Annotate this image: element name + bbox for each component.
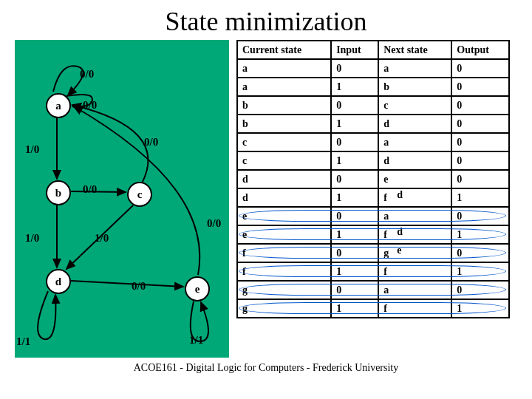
table-cell: f: [378, 299, 451, 318]
table-cell: 0: [331, 207, 378, 225]
state-node-e: e: [185, 276, 210, 301]
table-cell: 1: [451, 262, 509, 281]
table-cell: 0: [331, 170, 378, 188]
table-row: d0e0: [237, 170, 509, 188]
annotation: d: [397, 189, 403, 201]
table-cell: 0: [451, 170, 509, 188]
table-cell: ge: [378, 244, 451, 262]
table-cell: d: [237, 188, 331, 207]
table-row: f0ge0: [237, 244, 509, 262]
table-header: Next state: [378, 41, 451, 59]
table-cell: 1: [331, 188, 378, 207]
table-cell: b: [237, 96, 331, 115]
table-cell: g: [237, 299, 331, 318]
table-cell: e: [237, 225, 331, 244]
edge-label: 1/0: [95, 232, 109, 245]
table-cell: 0: [451, 115, 509, 133]
table-cell: c: [237, 133, 331, 151]
table-header: Output: [451, 41, 509, 59]
table-row: a0a0: [237, 59, 509, 78]
table-cell: a: [378, 133, 451, 151]
table-row: b0c0: [237, 96, 509, 115]
table-cell: 1: [331, 299, 378, 318]
table-cell: a: [378, 59, 451, 78]
table-row: b1d0: [237, 115, 509, 133]
table-row: f1f1: [237, 262, 509, 281]
edge-label: 1/1: [16, 335, 30, 348]
edge-label: 0/0: [83, 183, 97, 196]
table-cell: 0: [451, 133, 509, 151]
state-node-d: d: [46, 269, 71, 294]
table-cell: e: [378, 170, 451, 188]
state-node-a: a: [46, 93, 71, 118]
annotation: d: [397, 226, 403, 238]
table-cell: 0: [331, 59, 378, 78]
table-cell: a: [237, 59, 331, 78]
table-cell: g: [237, 281, 331, 299]
table-cell: c: [378, 96, 451, 115]
table-cell: f: [378, 262, 451, 281]
state-node-c: c: [127, 182, 152, 207]
state-diagram: abcde0/00/01/00/01/01/00/00/00/01/11/1: [15, 40, 229, 358]
edge-label: 0/0: [144, 136, 158, 149]
edge-label: 0/0: [132, 280, 146, 293]
edge-label: 1/0: [25, 143, 39, 156]
table-cell: 1: [331, 115, 378, 133]
table-cell: b: [237, 115, 331, 133]
page-title: State minimization: [0, 6, 532, 37]
edge-label: 1/0: [25, 232, 39, 245]
table-row: g0a0: [237, 281, 509, 299]
table-cell: fd: [378, 188, 451, 207]
table-cell: 0: [331, 244, 378, 262]
table-cell: 0: [451, 59, 509, 78]
table-row: g1f1: [237, 299, 509, 318]
table-cell: 1: [451, 299, 509, 318]
table-cell: d: [378, 115, 451, 133]
table-cell: 1: [451, 225, 509, 244]
table-cell: f: [237, 262, 331, 281]
table-cell: a: [237, 78, 331, 96]
table-cell: 1: [331, 225, 378, 244]
table-cell: c: [237, 151, 331, 170]
table-row: d1fd1: [237, 188, 509, 207]
table-cell: e: [237, 207, 331, 225]
table-cell: 1: [451, 188, 509, 207]
edge-label: 0/0: [83, 99, 97, 112]
table-header: Input: [331, 41, 378, 59]
table-row: e1fd1: [237, 225, 509, 244]
table-cell: d: [378, 151, 451, 170]
table-cell: 0: [331, 133, 378, 151]
table-cell: 0: [451, 78, 509, 96]
table-cell: 0: [451, 151, 509, 170]
table-cell: a: [378, 207, 451, 225]
table-cell: 0: [451, 96, 509, 115]
table-cell: a: [378, 281, 451, 299]
table-row: e0a0: [237, 207, 509, 225]
table-cell: 0: [331, 281, 378, 299]
state-node-b: b: [46, 180, 71, 205]
table-row: a1b0: [237, 78, 509, 96]
table-cell: 1: [331, 78, 378, 96]
table-cell: 0: [331, 96, 378, 115]
table-cell: f: [237, 244, 331, 262]
state-table: Current stateInputNext stateOutputa0a0a1…: [236, 40, 510, 318]
edge-label: 1/1: [189, 334, 203, 347]
table-header: Current state: [237, 41, 331, 59]
table-cell: 0: [451, 244, 509, 262]
table-cell: 1: [331, 262, 378, 281]
footer-text: ACOE161 - Digital Logic for Computers - …: [0, 362, 532, 374]
annotation: e: [397, 245, 401, 256]
table-cell: 0: [451, 281, 509, 299]
table-cell: d: [237, 170, 331, 188]
table-cell: fd: [378, 225, 451, 244]
table-row: c1d0: [237, 151, 509, 170]
table-cell: 0: [451, 207, 509, 225]
table-row: c0a0: [237, 133, 509, 151]
edge-label: 0/0: [207, 217, 221, 230]
table-cell: 1: [331, 151, 378, 170]
edge-label: 0/0: [80, 68, 94, 81]
table-cell: b: [378, 78, 451, 96]
